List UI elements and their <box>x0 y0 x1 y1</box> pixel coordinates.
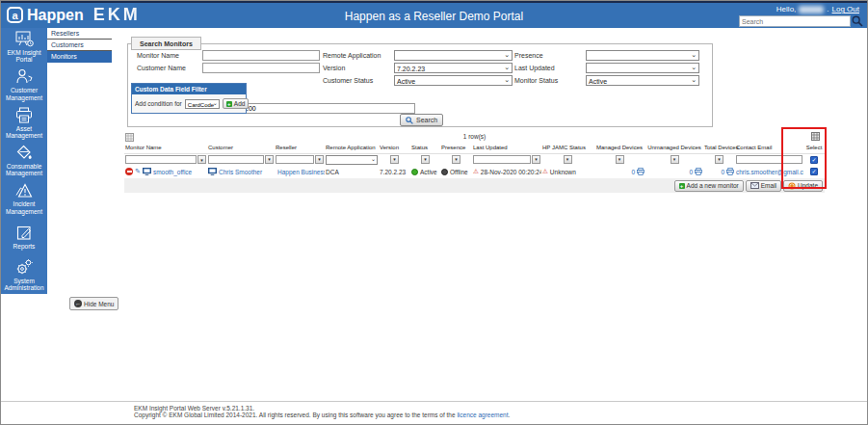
dashboard-icon <box>14 31 34 47</box>
sidebar-item-customer-management[interactable]: Customer Management <box>1 66 47 103</box>
filter-button-icon[interactable] <box>532 155 540 164</box>
col-reseller[interactable]: Reseller <box>275 143 325 153</box>
col-select[interactable]: Select <box>803 143 825 153</box>
table-row: ✎ smooth_office Chris Smoother Happen Bu… <box>124 166 825 177</box>
filter-total-button[interactable] <box>715 155 723 164</box>
plus-icon: + <box>679 183 685 189</box>
page-title: Happen as a Reseller Demo Portal <box>1 10 867 23</box>
customer-name-field[interactable] <box>202 63 320 73</box>
row-select-checkbox[interactable] <box>810 168 818 175</box>
filter-customer[interactable] <box>208 155 264 164</box>
edit-icon[interactable]: ✎ <box>135 168 141 175</box>
col-managed-devices[interactable]: Managed Devices <box>593 143 645 153</box>
version-select[interactable]: 7.20.2.23 <box>394 63 513 73</box>
filter-hp-jamc-button[interactable] <box>564 155 572 164</box>
update-icon <box>788 182 796 190</box>
user-greeting: Hello, . Log Out <box>776 5 859 13</box>
incident-icon <box>14 182 34 199</box>
total-devices-link[interactable]: 0 <box>721 169 724 175</box>
remote-application-select[interactable] <box>394 50 513 61</box>
main-nav-sidebar: EKM Insight Portal Customer Management A… <box>1 28 47 294</box>
monitor-icon <box>143 168 151 175</box>
licence-agreement-link[interactable]: licence agreement <box>457 412 508 418</box>
select-all-checkbox[interactable] <box>810 156 818 164</box>
printer-mini-icon <box>726 168 734 175</box>
unmanaged-devices-link[interactable]: 0 <box>689 169 693 175</box>
col-unmanaged-devices[interactable]: Unmanaged Devices <box>645 143 703 153</box>
customer-status-select[interactable]: Active <box>394 75 513 86</box>
col-last-updated[interactable]: Last Updated <box>472 143 541 153</box>
filter-presence-button[interactable] <box>452 155 460 164</box>
grid-filter-row <box>124 153 825 166</box>
submenu-item-resellers[interactable]: Resellers <box>47 28 112 40</box>
col-version[interactable]: Version <box>379 143 410 153</box>
logout-link[interactable]: Log Out <box>832 5 859 13</box>
submenu-item-customers[interactable]: Customers <box>47 40 112 51</box>
grid-header-row: Monitor Name Customer Reseller Remote Ap… <box>124 143 825 153</box>
version-label: Version <box>323 65 345 71</box>
filter-last-updated[interactable] <box>473 155 531 164</box>
filter-contact-email[interactable] <box>736 155 802 164</box>
condition-select[interactable]: CardCode <box>185 99 220 109</box>
col-remote-application[interactable]: Remote Application <box>325 143 379 153</box>
footer-version: EKM Insight Portal Web Server v.5.21.1.3… <box>134 405 867 412</box>
monitor-status-select[interactable]: Active <box>586 75 699 86</box>
grid-icon[interactable] <box>811 132 820 141</box>
customer-link[interactable]: Chris Smoother <box>219 169 262 175</box>
col-hp-jamc-status[interactable]: HP JAMC Status <box>541 143 593 153</box>
col-customer[interactable]: Customer <box>207 143 275 153</box>
status-active-icon <box>411 169 418 175</box>
max-results-field[interactable] <box>242 103 415 114</box>
filter-version-button[interactable] <box>390 155 399 164</box>
search-icon[interactable] <box>852 15 863 27</box>
greeting-text: Hello, <box>776 5 796 13</box>
sidebar-item-incident-management[interactable]: Incident Management <box>1 180 47 218</box>
redacted-username <box>799 6 824 13</box>
search-button[interactable]: Search <box>400 114 443 126</box>
col-contact-email[interactable]: Contact Email <box>735 143 803 153</box>
last-updated-select[interactable] <box>586 63 699 73</box>
stop-monitor-icon[interactable] <box>125 168 133 175</box>
warning-icon: ⚠ <box>542 168 548 175</box>
col-presence[interactable]: Presence <box>440 143 472 153</box>
customer-status-label: Customer Status <box>323 77 373 84</box>
filter-status-button[interactable] <box>421 155 430 164</box>
filter-monitor-name[interactable] <box>125 155 197 164</box>
filter-unmanaged-button[interactable] <box>671 155 679 164</box>
col-total-devices[interactable]: Total Devices <box>703 143 735 153</box>
sidebar-item-asset-management[interactable]: Asset Management <box>1 104 47 142</box>
presence-select[interactable] <box>586 50 699 61</box>
update-button[interactable]: Update <box>783 180 823 192</box>
monitor-status-label: Monitor Status <box>514 77 558 84</box>
add-monitor-button[interactable]: + Add a new monitor <box>674 180 744 192</box>
sidebar-item-system-administration[interactable]: System Administration <box>1 256 47 294</box>
managed-devices-link[interactable]: 0 <box>631 169 635 175</box>
filter-button-icon[interactable] <box>197 155 206 164</box>
customer-icon <box>14 68 34 85</box>
submenu-item-monitors[interactable]: Monitors <box>47 51 112 63</box>
add-condition-button[interactable]: + Add <box>223 98 250 109</box>
col-status[interactable]: Status <box>410 143 440 153</box>
filter-reseller[interactable] <box>276 155 314 164</box>
monitor-name-link[interactable]: smooth_office <box>153 169 192 175</box>
search-input[interactable] <box>739 15 851 27</box>
filter-button-icon[interactable] <box>265 155 274 164</box>
hide-menu-button[interactable]: ← Hide Menu <box>69 297 118 310</box>
condition-label: Add condition for <box>135 100 182 107</box>
reseller-link[interactable]: Happen Business <box>277 169 325 175</box>
filter-button-icon[interactable] <box>315 155 324 164</box>
email-button[interactable]: Email <box>746 180 781 192</box>
tab-search-monitors[interactable]: Search Monitors <box>131 37 201 50</box>
version-value: 7.20.2.23 <box>380 169 406 175</box>
monitor-name-field[interactable] <box>202 50 320 61</box>
contact-email-link[interactable]: chris.smoother@gmail.com <box>736 169 803 175</box>
filter-managed-button[interactable] <box>616 155 624 164</box>
sidebar-item-reports[interactable]: Reports <box>1 218 47 255</box>
filter-remote-application-select[interactable] <box>326 155 378 165</box>
sidebar-item-consumable-management[interactable]: Consumable Management <box>1 142 47 179</box>
col-monitor-name[interactable]: Monitor Name <box>124 143 207 153</box>
last-updated-value: 28-Nov-2020 00:20:24 <box>481 169 541 175</box>
sidebar-item-ekm-insight-portal[interactable]: EKM Insight Portal <box>1 28 47 66</box>
header-search <box>739 15 863 27</box>
warning-icon: ⚠ <box>473 168 479 175</box>
